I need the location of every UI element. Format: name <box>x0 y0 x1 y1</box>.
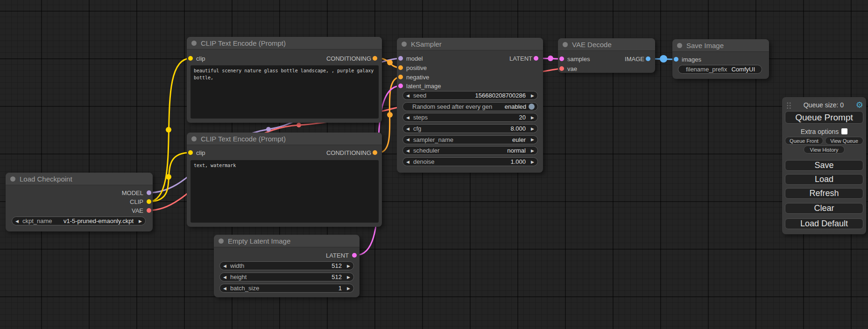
prompt-textarea[interactable]: beautiful scenery nature glass bottle la… <box>191 65 379 119</box>
seed-widget[interactable]: ◀ seed 156680208700286 ▶ <box>402 91 538 100</box>
ckpt-name-widget[interactable]: ◀ ckpt_name v1-5-pruned-emaonly.ckpt ▶ <box>12 217 146 225</box>
node-clip-text-encode-positive[interactable]: CLIP Text Encode (Prompt) clip CONDITION… <box>187 37 382 123</box>
increment-arrow-icon[interactable]: ▶ <box>344 264 350 268</box>
decrement-arrow-icon[interactable]: ◀ <box>15 219 21 224</box>
height-widget[interactable]: ◀ height 512 ▶ <box>219 273 354 281</box>
output-label-clip: CLIP <box>130 198 143 205</box>
samples-input-slot[interactable] <box>559 56 564 61</box>
save-button[interactable]: Save <box>785 160 863 171</box>
node-title-bar[interactable]: Save Image <box>672 39 769 52</box>
decrement-arrow-icon[interactable]: ◀ <box>223 264 229 268</box>
node-title-bar[interactable]: Load Checkpoint <box>6 173 153 185</box>
queue-size-label: Queue size: 0 <box>791 101 856 109</box>
view-history-button[interactable]: View History <box>804 146 845 154</box>
collapse-dot-icon[interactable] <box>10 176 15 182</box>
increment-arrow-icon[interactable]: ▶ <box>344 275 350 280</box>
steps-widget[interactable]: ◀ steps 20 ▶ <box>402 113 538 122</box>
node-title-bar[interactable]: CLIP Text Encode (Prompt) <box>187 133 382 145</box>
node-empty-latent-image[interactable]: Empty Latent Image LATENT ◀ width 512 ▶ … <box>214 235 360 297</box>
collapse-dot-icon[interactable] <box>191 136 197 141</box>
widget-label: denoise <box>413 158 435 165</box>
random-seed-widget[interactable]: Random seed after every gen enabled <box>402 102 538 111</box>
decrement-arrow-icon[interactable]: ◀ <box>406 126 412 131</box>
width-widget[interactable]: ◀ width 512 ▶ <box>219 261 354 270</box>
scheduler-widget[interactable]: ◀ scheduler normal ▶ <box>402 146 538 155</box>
clip-input-slot[interactable] <box>188 150 193 155</box>
clip-output-slot[interactable] <box>147 199 151 204</box>
increment-arrow-icon[interactable]: ▶ <box>528 160 534 164</box>
output-label-conditioning: CONDITIONING <box>326 55 371 62</box>
widget-value: ComfyUI <box>731 66 755 73</box>
decrement-arrow-icon[interactable]: ◀ <box>223 286 229 291</box>
decrement-arrow-icon[interactable]: ◀ <box>223 275 229 280</box>
collapse-dot-icon[interactable] <box>219 238 224 244</box>
node-title-bar[interactable]: VAE Decode <box>558 38 655 51</box>
prompt-textarea[interactable]: text, watermark <box>191 160 379 223</box>
seed-toggle[interactable] <box>529 104 535 110</box>
node-ksampler[interactable]: KSampler model LATENT positive negative … <box>397 38 543 173</box>
increment-arrow-icon[interactable]: ▶ <box>136 219 142 224</box>
negative-input-slot[interactable] <box>398 75 403 79</box>
increment-arrow-icon[interactable]: ▶ <box>528 115 534 120</box>
node-title-bar[interactable]: CLIP Text Encode (Prompt) <box>187 37 382 49</box>
cfg-widget[interactable]: ◀ cfg 8.000 ▶ <box>402 124 538 133</box>
node-title-bar[interactable]: Empty Latent Image <box>214 235 360 247</box>
latent-output-slot[interactable] <box>352 253 357 258</box>
queue-front-button[interactable]: Queue Front <box>785 137 823 145</box>
node-title: Empty Latent Image <box>228 237 290 245</box>
model-input-slot[interactable] <box>398 56 403 61</box>
widget-value: euler <box>512 136 526 143</box>
input-label-vae: vae <box>567 65 577 72</box>
clip-input-slot[interactable] <box>188 56 193 61</box>
increment-arrow-icon[interactable]: ▶ <box>528 93 534 98</box>
node-load-checkpoint[interactable]: Load Checkpoint MODEL CLIP VAE ◀ ckpt_na… <box>6 173 153 231</box>
decrement-arrow-icon[interactable]: ◀ <box>406 93 412 98</box>
node-clip-text-encode-negative[interactable]: CLIP Text Encode (Prompt) clip CONDITION… <box>187 133 382 227</box>
input-label-clip: clip <box>196 55 205 62</box>
decrement-arrow-icon[interactable]: ◀ <box>406 148 412 153</box>
load-default-button[interactable]: Load Default <box>785 218 863 229</box>
batch-size-widget[interactable]: ◀ batch_size 1 ▶ <box>219 284 354 293</box>
extra-options-checkbox[interactable] <box>841 128 847 134</box>
increment-arrow-icon[interactable]: ▶ <box>528 137 534 142</box>
clear-button[interactable]: Clear <box>785 203 863 214</box>
widget-value: 512 <box>332 273 342 280</box>
conditioning-output-slot[interactable] <box>373 150 377 155</box>
view-queue-button[interactable]: View Queue <box>825 137 863 145</box>
widget-label: width <box>230 262 244 269</box>
drag-handle-icon[interactable] <box>786 102 791 109</box>
decrement-arrow-icon[interactable]: ◀ <box>406 160 412 164</box>
sampler-name-widget[interactable]: ◀ sampler_name euler ▶ <box>402 135 538 144</box>
widget-label: filename_prefix <box>686 66 727 73</box>
output-label-image: IMAGE <box>625 56 644 63</box>
images-input-slot[interactable] <box>674 57 678 62</box>
collapse-dot-icon[interactable] <box>677 43 682 48</box>
positive-input-slot[interactable] <box>398 65 403 70</box>
widget-label: steps <box>413 114 428 121</box>
model-output-slot[interactable] <box>147 190 151 195</box>
image-output-slot[interactable] <box>646 56 650 61</box>
collapse-dot-icon[interactable] <box>191 41 197 46</box>
vae-input-slot[interactable] <box>559 66 564 71</box>
node-vae-decode[interactable]: VAE Decode samples IMAGE vae <box>558 38 655 73</box>
vae-output-slot[interactable] <box>147 208 151 213</box>
collapse-dot-icon[interactable] <box>402 42 407 47</box>
increment-arrow-icon[interactable]: ▶ <box>528 126 534 131</box>
load-button[interactable]: Load <box>785 174 863 185</box>
comfyui-canvas[interactable]: { "icons": {"left_arrow": "◀", "right_ar… <box>0 0 868 329</box>
increment-arrow-icon[interactable]: ▶ <box>528 148 534 153</box>
conditioning-output-slot[interactable] <box>373 56 377 61</box>
increment-arrow-icon[interactable]: ▶ <box>344 286 350 291</box>
collapse-dot-icon[interactable] <box>563 42 568 47</box>
refresh-button[interactable]: Refresh <box>785 188 863 199</box>
latent-output-slot[interactable] <box>534 56 538 61</box>
node-title-bar[interactable]: KSampler <box>397 38 543 50</box>
decrement-arrow-icon[interactable]: ◀ <box>406 115 412 120</box>
latent-image-input-slot[interactable] <box>398 84 403 88</box>
queue-prompt-button[interactable]: Queue Prompt <box>785 111 863 124</box>
decrement-arrow-icon[interactable]: ◀ <box>406 137 412 142</box>
settings-gear-icon[interactable]: ⚙ <box>856 101 863 109</box>
node-save-image[interactable]: Save Image images filename_prefix ComfyU… <box>672 39 769 79</box>
filename-prefix-widget[interactable]: filename_prefix ComfyUI <box>678 65 762 74</box>
denoise-widget[interactable]: ◀ denoise 1.000 ▶ <box>402 157 538 166</box>
